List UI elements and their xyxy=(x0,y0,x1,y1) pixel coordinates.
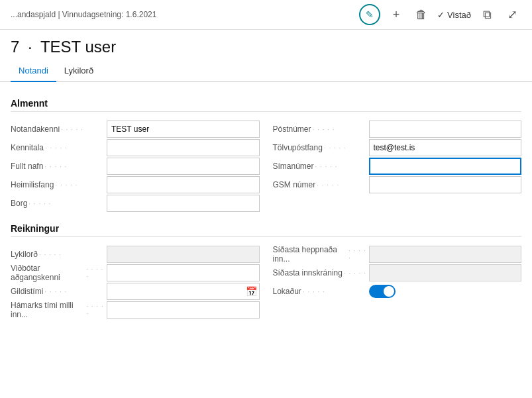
page-title-row: 7 · TEST user xyxy=(0,30,532,60)
section-almennt-header: Almennt xyxy=(11,98,521,112)
top-bar: ...andaspjald | Vinnudagsetning: 1.6.202… xyxy=(0,0,532,30)
top-bar-actions: ✎ + 🗑 ✓ Vistað ⧉ ⤢ xyxy=(359,4,521,25)
breadcrumb: ...andaspjald | Vinnudagsetning: 1.6.202… xyxy=(11,10,351,19)
form-row-gsm: GSM númer xyxy=(273,175,522,194)
delete-icon: 🗑 xyxy=(415,8,427,22)
toggle-lokadur[interactable] xyxy=(369,285,396,298)
label-kennitala: Kennitala xyxy=(11,143,107,152)
input-simanumer[interactable] xyxy=(369,158,522,175)
form-row-vidbotar: Viðbótar aðgangskenni xyxy=(11,264,260,282)
almennt-form-grid: Notandakenni Kennitala Fullt nafn Heimil… xyxy=(11,120,521,213)
input-vidbotar[interactable] xyxy=(107,264,260,281)
form-row-notandakenni: Notandakenni xyxy=(11,120,260,138)
edit-button[interactable]: ✎ xyxy=(359,4,380,25)
form-row-sidasta-innskraning: Síðasta innskráning xyxy=(273,264,522,282)
input-sidasta-innskraning xyxy=(369,264,522,281)
add-button[interactable]: + xyxy=(387,5,405,24)
reikningur-left-col: Lykilorð Viðbótar aðgangskenni Gildistím… xyxy=(11,245,260,319)
label-gsm: GSM númer xyxy=(273,180,369,189)
save-label: Vistað xyxy=(447,10,471,20)
almennt-left-col: Notandakenni Kennitala Fullt nafn Heimil… xyxy=(11,120,260,213)
input-fullt-nafn[interactable] xyxy=(107,158,260,175)
tabs-row: Notandi Lykilorð xyxy=(0,60,532,82)
tab-lykilord[interactable]: Lykilorð xyxy=(56,60,101,82)
input-sidasta-heppnad xyxy=(369,246,522,263)
new-window-icon: ⧉ xyxy=(483,8,492,22)
form-row-tolvupostfang: Tölvupóstfang xyxy=(273,138,522,157)
almennt-right-col: Póstnúmer Tölvupóstfang Símanúmer GSM nú… xyxy=(273,120,522,213)
expand-icon: ⤢ xyxy=(507,7,517,22)
label-vidbotar: Viðbótar aðgangskenni xyxy=(11,264,107,282)
form-row-gildistimi: Gildistími 📅 xyxy=(11,282,260,301)
reikningur-form-grid: Lykilorð Viðbótar aðgangskenni Gildistím… xyxy=(11,245,521,319)
label-sidasta-heppnad: Síðasta heppnaða inn... xyxy=(273,245,369,264)
form-row-heimilisfang: Heimilisfang xyxy=(11,175,260,194)
label-heimilisfang: Heimilisfang xyxy=(11,180,107,189)
input-heimilisfang[interactable] xyxy=(107,176,260,193)
label-postnumer: Póstnúmer xyxy=(273,124,369,134)
input-gildistimi[interactable] xyxy=(107,283,260,300)
reikningur-right-col: Síðasta heppnaða inn... Síðasta innskrán… xyxy=(273,245,522,319)
label-fullt-nafn: Fullt nafn xyxy=(11,162,107,171)
section-reikningur-header: Reikningur xyxy=(11,223,521,237)
form-row-borg: Borg xyxy=(11,194,260,213)
input-notandakenni[interactable] xyxy=(107,121,260,138)
form-row-simanumer: Símanúmer xyxy=(273,157,522,175)
form-row-lykilord: Lykilorð xyxy=(11,245,260,264)
expand-button[interactable]: ⤢ xyxy=(503,5,521,24)
page-title: 7 · TEST user xyxy=(11,38,521,56)
label-gildistimi: Gildistími xyxy=(11,287,107,296)
title-dot: · xyxy=(28,38,32,56)
label-notandakenni: Notandakenni xyxy=(11,124,107,134)
record-name: TEST user xyxy=(40,38,116,56)
form-row-kennitala: Kennitala xyxy=(11,138,260,157)
input-postnumer[interactable] xyxy=(369,121,522,138)
label-hamarks: Hámarks tími milli inn... xyxy=(11,301,107,319)
form-row-sidasta-heppnad: Síðasta heppnaða inn... xyxy=(273,245,522,264)
input-kennitala[interactable] xyxy=(107,139,260,156)
edit-icon: ✎ xyxy=(366,9,374,20)
delete-button[interactable]: 🗑 xyxy=(412,5,431,24)
label-borg: Borg xyxy=(11,199,107,208)
record-number: 7 xyxy=(11,38,19,56)
input-borg[interactable] xyxy=(107,195,260,212)
label-sidasta-innskraning: Síðasta innskráning xyxy=(273,268,369,277)
label-lykilord: Lykilorð xyxy=(11,250,107,259)
input-gsm[interactable] xyxy=(369,176,522,193)
label-tolvupostfang: Tölvupóstfang xyxy=(273,143,369,152)
form-row-fullt-nafn: Fullt nafn xyxy=(11,157,260,175)
tab-notandi[interactable]: Notandi xyxy=(11,60,56,82)
checkmark-icon: ✓ xyxy=(437,10,445,20)
toggle-slider-lokadur xyxy=(369,285,396,298)
form-row-hamarks: Hámarks tími milli inn... xyxy=(11,301,260,319)
form-row-lokadur: Lokaður xyxy=(273,282,522,301)
save-button[interactable]: ✓ Vistað xyxy=(437,10,471,20)
input-hamarks[interactable] xyxy=(107,301,260,319)
input-lykilord[interactable] xyxy=(107,246,260,263)
form-row-postnumer: Póstnúmer xyxy=(273,120,522,138)
label-simanumer: Símanúmer xyxy=(273,162,369,171)
gildistimi-input-wrapper: 📅 xyxy=(107,283,260,300)
label-lokadur: Lokaður xyxy=(273,287,369,296)
input-tolvupostfang[interactable] xyxy=(369,139,522,156)
new-window-button[interactable]: ⧉ xyxy=(478,5,496,24)
main-content: Almennt Notandakenni Kennitala Fullt naf… xyxy=(0,82,532,319)
add-icon: + xyxy=(393,8,400,22)
calendar-icon[interactable]: 📅 xyxy=(246,286,257,297)
